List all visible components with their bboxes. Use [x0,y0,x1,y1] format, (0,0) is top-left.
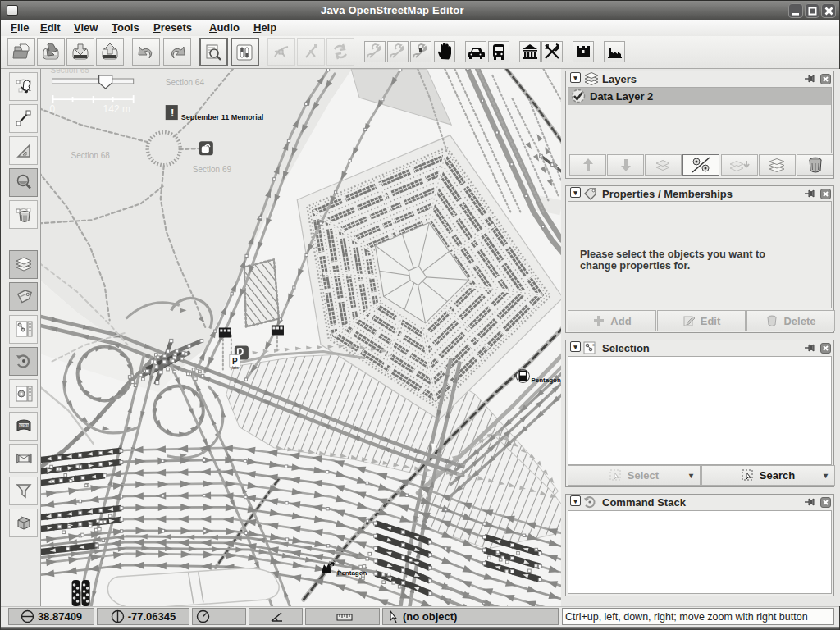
svg-text:Section 69: Section 69 [193,165,232,174]
svg-text:lots: lots [232,365,239,370]
svg-text:Section 68: Section 68 [71,151,111,160]
svg-text:o: o [592,342,595,347]
svg-text:September 11 Memorial: September 11 Memorial [181,113,264,121]
svg-text:0: 0 [50,103,56,115]
svg-text:!: ! [171,107,174,119]
svg-text:Section 65: Section 65 [51,69,90,75]
svg-text:NOTES: NOTES [18,424,29,427]
svg-text:Section 64: Section 64 [166,78,205,87]
svg-text:Pentagon: Pentagon [531,377,561,384]
svg-text:142 m: 142 m [103,103,130,115]
